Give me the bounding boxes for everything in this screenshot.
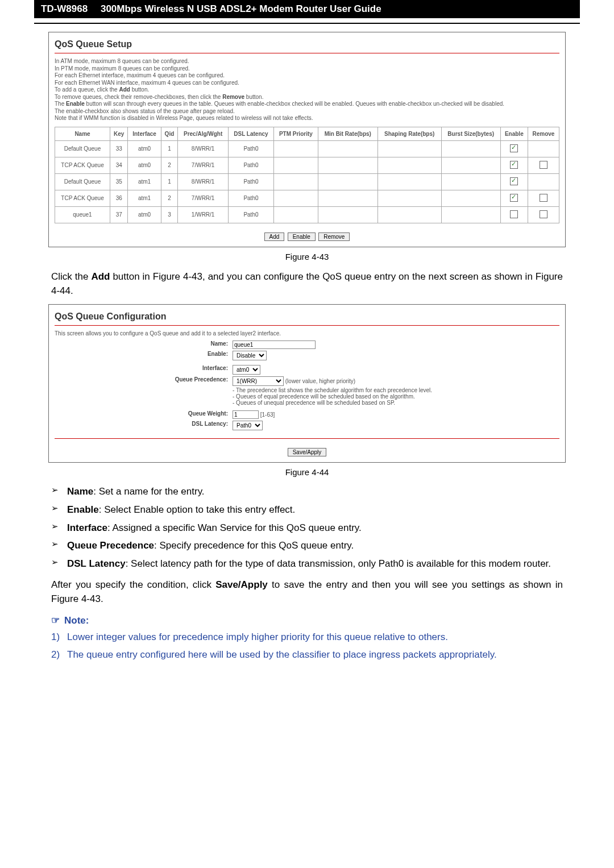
save-apply-button[interactable]: Save/Apply (288, 448, 327, 456)
col-header: Interface (128, 127, 161, 140)
precedence-note: - Queues of equal precedence will be sch… (233, 393, 432, 400)
cell (441, 206, 500, 223)
cell (273, 173, 318, 190)
cell: 34 (110, 157, 128, 173)
table-row: queue137atm031/WRR/1Path0 (55, 206, 559, 223)
col-header: PTM Priority (273, 127, 318, 140)
panel1-intro: In ATM mode, maximum 8 queues can be con… (55, 58, 559, 122)
enable-select[interactable]: Disable (233, 351, 267, 360)
cell: atm0 (128, 140, 161, 157)
cell (273, 140, 318, 157)
intro-line: The enable-checkbox also shows status of… (55, 108, 559, 115)
intro-line: For each Ethernet interface, maximum 4 q… (55, 72, 559, 80)
cell (318, 173, 377, 190)
doc-header: TD-W8968 300Mbps Wireless N USB ADSL2+ M… (34, 0, 580, 18)
remove-checkbox[interactable] (540, 161, 547, 169)
cell: 2 (161, 157, 178, 173)
weight-input[interactable] (233, 410, 259, 419)
list-item: ➢DSL Latency: Select latency path for th… (51, 557, 563, 571)
cell (318, 190, 377, 206)
cell (273, 190, 318, 206)
remove-checkbox[interactable] (540, 210, 547, 218)
arrow-icon: ➢ (51, 503, 67, 517)
cell (441, 140, 500, 157)
panel2-rule2 (55, 438, 559, 439)
cell: Path0 (229, 157, 274, 173)
intro-line: For each Ethernet WAN interface, maximum… (55, 80, 559, 87)
col-header: DSL Latency (229, 127, 274, 140)
latency-select[interactable]: Path0 (233, 421, 263, 430)
label-interface: Interface: (55, 365, 233, 371)
intro-line: In ATM mode, maximum 8 queues can be con… (55, 58, 559, 65)
list-item: ➢Name: Set a name for the entry. (51, 485, 563, 499)
note-heading: ☞Note: (51, 614, 563, 626)
cell: Path0 (229, 173, 274, 190)
remove-checkbox[interactable] (540, 194, 547, 202)
cell (441, 173, 500, 190)
label-latency: DSL Latency: (55, 421, 233, 427)
intro-line: In PTM mode, maximum 8 queues can be con… (55, 65, 559, 73)
enable-checkbox[interactable] (510, 177, 518, 185)
cell (377, 206, 441, 223)
list-item: ➢Queue Precedence: Specify precedence fo… (51, 539, 563, 553)
figure-caption-2: Figure 4-44 (0, 467, 614, 477)
cell: 36 (110, 190, 128, 206)
bullet-list: ➢Name: Set a name for the entry.➢Enable:… (51, 485, 563, 571)
cell: atm1 (128, 190, 161, 206)
cell (273, 157, 318, 173)
cell: Default Queue (55, 173, 110, 190)
precedence-notes: - The precedence list shows the schedule… (233, 387, 432, 406)
col-header: Qid (161, 127, 178, 140)
note-item: 2)The queue entry configured here will b… (51, 647, 563, 662)
name-input[interactable] (233, 340, 316, 349)
label-weight: Queue Weight: (55, 410, 233, 417)
cell: 37 (110, 206, 128, 223)
panel2-rule (55, 325, 559, 326)
col-header: Remove (528, 127, 559, 140)
panel2-title: QoS Queue Configuration (55, 312, 559, 322)
cell (318, 206, 377, 223)
cell: queue1 (55, 206, 110, 223)
cell (377, 173, 441, 190)
enable-checkbox[interactable] (510, 210, 518, 218)
cell: 3 (161, 206, 178, 223)
table-row: Default Queue35atm118/WRR/1Path0 (55, 173, 559, 190)
interface-select[interactable]: atm0 (233, 365, 260, 375)
qos-queue-config-panel: QoS Queue Configuration This screen allo… (48, 304, 566, 463)
remove-button[interactable]: Remove (318, 232, 350, 241)
col-header: Prec/Alg/Wght (178, 127, 229, 140)
col-header: Min Bit Rate(bps) (318, 127, 377, 140)
cell: 33 (110, 140, 128, 157)
intro-line: To add a queue, click the Add button. (55, 86, 559, 94)
cell: 1/WRR/1 (178, 206, 229, 223)
precedence-select[interactable]: 1(WRR) (233, 376, 284, 386)
add-button[interactable]: Add (264, 232, 285, 241)
arrow-icon: ➢ (51, 521, 67, 535)
cell: atm0 (128, 157, 161, 173)
figure-caption-1: Figure 4-43 (0, 252, 614, 261)
cell: Path0 (229, 140, 274, 157)
note-item: 1)Lower integer values for precedence im… (51, 630, 563, 645)
cell: 8/WRR/1 (178, 173, 229, 190)
enable-checkbox[interactable] (510, 194, 518, 202)
list-item: ➢Interface: Assigned a specific Wan Serv… (51, 521, 563, 535)
cell (318, 157, 377, 173)
col-header: Enable (500, 127, 528, 140)
cell (441, 190, 500, 206)
cell (377, 140, 441, 157)
panel1-title: QoS Queue Setup (55, 39, 559, 49)
qos-queue-table: NameKeyInterfaceQidPrec/Alg/WghtDSL Late… (55, 127, 559, 223)
cell: 2 (161, 190, 178, 206)
enable-checkbox[interactable] (510, 161, 518, 169)
paragraph-2: After you specify the condition, click S… (51, 578, 563, 607)
intro-line: To remove queues, check their remove-che… (55, 94, 559, 101)
cell: Default Queue (55, 140, 110, 157)
precedence-note: - Queues of unequal precedence will be s… (233, 400, 432, 406)
cell: 35 (110, 173, 128, 190)
enable-checkbox[interactable] (510, 144, 518, 152)
cell: 7/WRR/1 (178, 190, 229, 206)
qos-queue-setup-panel: QoS Queue Setup In ATM mode, maximum 8 q… (48, 32, 566, 247)
cell (377, 157, 441, 173)
cell (377, 190, 441, 206)
enable-button[interactable]: Enable (288, 232, 316, 241)
